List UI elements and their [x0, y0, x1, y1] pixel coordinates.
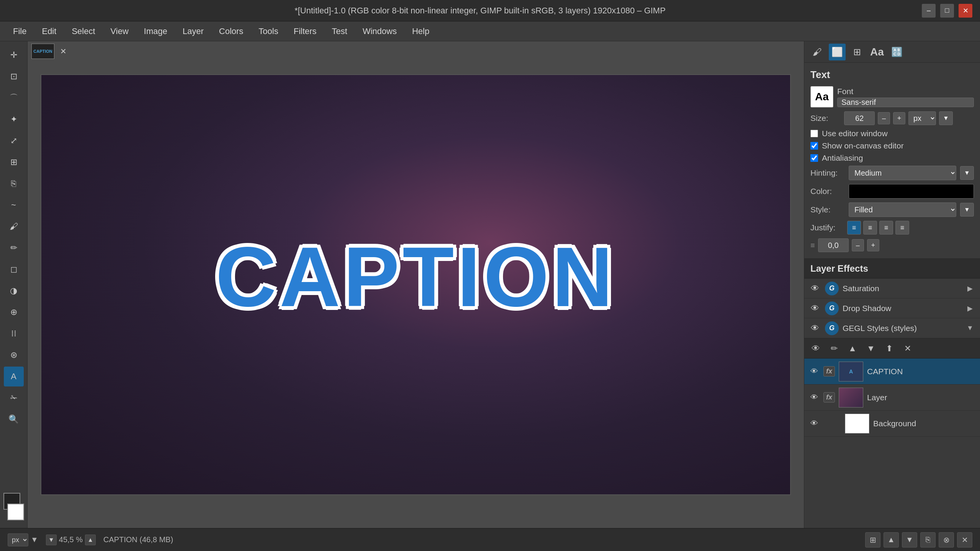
menu-edit[interactable]: Edit [35, 23, 63, 39]
tool-heal[interactable]: ✦ [4, 109, 24, 129]
spacing-minus-button[interactable]: – [852, 239, 864, 251]
layer-row-caption[interactable]: 👁 fx A CAPTION [804, 359, 980, 385]
tool-lasso[interactable]: ⌒ [4, 88, 24, 108]
text-tool-icon[interactable]: Aa [869, 44, 885, 60]
justify-fill-button[interactable]: ≡ [895, 221, 909, 235]
rect-tool-icon[interactable]: ⬜ [829, 44, 846, 60]
font-tool-icon[interactable]: 🔠 [889, 44, 905, 60]
line-spacing-input[interactable] [818, 238, 849, 252]
color-swatch[interactable] [849, 184, 974, 199]
unit-select[interactable]: px pt mm [908, 111, 936, 125]
size-input[interactable] [844, 111, 875, 125]
tool-transform[interactable]: ⤢ [4, 131, 24, 151]
tool-move2[interactable]: ⊕ [4, 302, 24, 322]
antialiasing-label[interactable]: Antialiasing [822, 153, 863, 163]
tool-dodge-burn[interactable]: ◑ [4, 281, 24, 301]
layer-row-layer[interactable]: 👁 fx Layer [804, 385, 980, 411]
size-plus-button[interactable]: + [893, 112, 905, 124]
tool-smudge[interactable]: ~ [4, 195, 24, 215]
effects-merge-button[interactable]: ⬆ [881, 340, 898, 357]
effects-down-button[interactable]: ▼ [862, 340, 879, 357]
effects-delete-button[interactable]: ✕ [899, 340, 916, 357]
zoom-out-button[interactable]: ▼ [46, 535, 57, 545]
close-button[interactable]: ✕ [959, 4, 972, 18]
layer-caption-visibility[interactable]: 👁 [809, 366, 820, 377]
unit-dropdown-button[interactable]: ▼ [939, 111, 953, 125]
effect-saturation-visibility[interactable]: 👁 [809, 282, 821, 295]
window-controls: – □ ✕ [922, 4, 972, 18]
style-dropdown-button[interactable]: ▼ [960, 203, 974, 217]
layer-row-background[interactable]: 👁 Background [804, 411, 980, 437]
effect-gegl-styles-visibility[interactable]: 👁 [809, 322, 821, 334]
bottom-new-layer-button[interactable]: ⊞ [865, 532, 880, 548]
effect-drop-shadow[interactable]: 👁 G Drop Shadow ▶ [804, 298, 980, 318]
antialiasing-checkbox[interactable] [810, 154, 818, 162]
effect-saturation-expand[interactable]: ▶ [965, 283, 975, 294]
tool-path[interactable]: ✁ [4, 388, 24, 408]
menu-layer[interactable]: Layer [176, 23, 211, 39]
maximize-button[interactable]: □ [940, 4, 954, 18]
unit-status-select[interactable]: px [8, 533, 28, 546]
tool-rect-select[interactable]: ⊡ [4, 67, 24, 86]
effect-gegl-styles-expand[interactable]: ▼ [965, 323, 975, 334]
tool-transform2[interactable]: ⁞⁞ [4, 324, 24, 344]
menu-file[interactable]: File [6, 23, 33, 39]
hinting-select[interactable]: Medium None Slight Full [849, 166, 956, 180]
canvas-image[interactable]: CAPTION [41, 74, 791, 495]
layer-background-visibility[interactable]: 👁 [809, 418, 820, 429]
effect-saturation[interactable]: 👁 G Saturation ▶ [804, 279, 980, 298]
effects-edit-button[interactable]: ✏ [826, 340, 843, 357]
effect-drop-shadow-expand[interactable]: ▶ [965, 303, 975, 314]
font-input[interactable] [837, 98, 974, 107]
spacing-plus-button[interactable]: + [867, 239, 879, 251]
tool-magnify[interactable]: 🔍 [4, 409, 24, 429]
bottom-delete-layer-button[interactable]: ✕ [957, 532, 972, 548]
canvas-area[interactable]: CAPTION ✕ CAPTION [28, 41, 804, 528]
effects-up-button[interactable]: ▲ [844, 340, 861, 357]
use-editor-label[interactable]: Use editor window [822, 129, 888, 138]
show-canvas-checkbox[interactable] [810, 142, 818, 150]
effect-gegl-styles[interactable]: 👁 G GEGL Styles (styles) ▼ [804, 318, 980, 338]
paintbrush-tool-icon[interactable]: 🖌 [809, 44, 826, 60]
effect-drop-shadow-visibility[interactable]: 👁 [809, 302, 821, 315]
bottom-merge-layer-button[interactable]: ⊗ [939, 532, 954, 548]
layer-layer-fx[interactable]: fx [823, 392, 835, 403]
minimize-button[interactable]: – [922, 4, 936, 18]
tool-eraser[interactable]: ◻ [4, 259, 24, 279]
menu-colors[interactable]: Colors [212, 23, 250, 39]
tool-pencil[interactable]: ✏ [4, 238, 24, 258]
menu-filters[interactable]: Filters [287, 23, 323, 39]
menu-windows[interactable]: Windows [356, 23, 403, 39]
menu-view[interactable]: View [104, 23, 136, 39]
color-label: Color: [810, 187, 845, 196]
tool-align[interactable]: ⊞ [4, 152, 24, 172]
menu-image[interactable]: Image [137, 23, 174, 39]
layer-layer-visibility[interactable]: 👁 [809, 392, 820, 403]
bottom-raise-layer-button[interactable]: ▲ [884, 532, 899, 548]
bottom-duplicate-layer-button[interactable]: ⎘ [920, 532, 936, 548]
zoom-in-button[interactable]: ▲ [85, 535, 96, 545]
layer-caption-fx[interactable]: fx [823, 366, 835, 377]
menu-test[interactable]: Test [325, 23, 354, 39]
justify-right-button[interactable]: ≡ [879, 221, 893, 235]
hinting-dropdown-button[interactable]: ▼ [960, 166, 974, 180]
tool-move[interactable]: ✛ [4, 45, 24, 65]
size-minus-button[interactable]: – [878, 112, 890, 124]
grid-tool-icon[interactable]: ⊞ [849, 44, 866, 60]
background-color[interactable] [7, 504, 24, 520]
show-canvas-label[interactable]: Show on-canvas editor [822, 141, 904, 150]
use-editor-checkbox[interactable] [810, 130, 818, 137]
close-layer-button[interactable]: ✕ [57, 46, 69, 57]
menu-select[interactable]: Select [65, 23, 102, 39]
tool-text[interactable]: A [4, 367, 24, 386]
tool-paint[interactable]: 🖌 [4, 217, 24, 236]
bottom-lower-layer-button[interactable]: ▼ [902, 532, 917, 548]
style-select[interactable]: Filled Outline [849, 202, 956, 217]
menu-tools[interactable]: Tools [252, 23, 285, 39]
menu-help[interactable]: Help [405, 23, 436, 39]
justify-center-button[interactable]: ≡ [863, 221, 877, 235]
justify-left-button[interactable]: ≡ [847, 221, 861, 235]
effects-visibility-button[interactable]: 👁 [807, 340, 824, 357]
tool-zoom[interactable]: ⊛ [4, 345, 24, 365]
tool-clone[interactable]: ⎘ [4, 174, 24, 194]
